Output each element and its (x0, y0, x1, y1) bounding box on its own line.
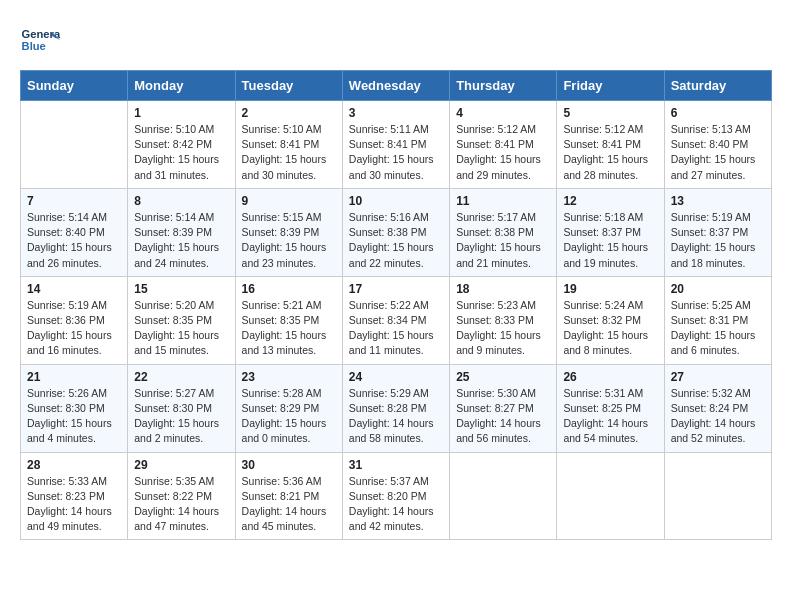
calendar-cell: 18Sunrise: 5:23 AM Sunset: 8:33 PM Dayli… (450, 276, 557, 364)
calendar-cell (21, 101, 128, 189)
day-info: Sunrise: 5:11 AM Sunset: 8:41 PM Dayligh… (349, 122, 443, 183)
calendar-cell: 17Sunrise: 5:22 AM Sunset: 8:34 PM Dayli… (342, 276, 449, 364)
day-info: Sunrise: 5:29 AM Sunset: 8:28 PM Dayligh… (349, 386, 443, 447)
calendar-cell: 31Sunrise: 5:37 AM Sunset: 8:20 PM Dayli… (342, 452, 449, 540)
day-info: Sunrise: 5:23 AM Sunset: 8:33 PM Dayligh… (456, 298, 550, 359)
calendar-cell: 27Sunrise: 5:32 AM Sunset: 8:24 PM Dayli… (664, 364, 771, 452)
calendar-cell: 9Sunrise: 5:15 AM Sunset: 8:39 PM Daylig… (235, 188, 342, 276)
weekday-header-wednesday: Wednesday (342, 71, 449, 101)
day-info: Sunrise: 5:28 AM Sunset: 8:29 PM Dayligh… (242, 386, 336, 447)
calendar-cell: 28Sunrise: 5:33 AM Sunset: 8:23 PM Dayli… (21, 452, 128, 540)
day-info: Sunrise: 5:27 AM Sunset: 8:30 PM Dayligh… (134, 386, 228, 447)
calendar-week-row: 7Sunrise: 5:14 AM Sunset: 8:40 PM Daylig… (21, 188, 772, 276)
day-number: 2 (242, 106, 336, 120)
day-info: Sunrise: 5:14 AM Sunset: 8:39 PM Dayligh… (134, 210, 228, 271)
weekday-header-thursday: Thursday (450, 71, 557, 101)
day-number: 4 (456, 106, 550, 120)
day-info: Sunrise: 5:17 AM Sunset: 8:38 PM Dayligh… (456, 210, 550, 271)
day-info: Sunrise: 5:20 AM Sunset: 8:35 PM Dayligh… (134, 298, 228, 359)
calendar-cell: 6Sunrise: 5:13 AM Sunset: 8:40 PM Daylig… (664, 101, 771, 189)
day-info: Sunrise: 5:19 AM Sunset: 8:37 PM Dayligh… (671, 210, 765, 271)
day-number: 3 (349, 106, 443, 120)
day-number: 13 (671, 194, 765, 208)
day-number: 10 (349, 194, 443, 208)
calendar-week-row: 14Sunrise: 5:19 AM Sunset: 8:36 PM Dayli… (21, 276, 772, 364)
calendar-cell: 5Sunrise: 5:12 AM Sunset: 8:41 PM Daylig… (557, 101, 664, 189)
calendar-cell (450, 452, 557, 540)
day-info: Sunrise: 5:16 AM Sunset: 8:38 PM Dayligh… (349, 210, 443, 271)
calendar-cell (557, 452, 664, 540)
day-number: 19 (563, 282, 657, 296)
day-number: 18 (456, 282, 550, 296)
calendar-cell: 25Sunrise: 5:30 AM Sunset: 8:27 PM Dayli… (450, 364, 557, 452)
weekday-header-friday: Friday (557, 71, 664, 101)
calendar-cell: 26Sunrise: 5:31 AM Sunset: 8:25 PM Dayli… (557, 364, 664, 452)
day-info: Sunrise: 5:13 AM Sunset: 8:40 PM Dayligh… (671, 122, 765, 183)
day-info: Sunrise: 5:14 AM Sunset: 8:40 PM Dayligh… (27, 210, 121, 271)
day-number: 30 (242, 458, 336, 472)
calendar-cell: 16Sunrise: 5:21 AM Sunset: 8:35 PM Dayli… (235, 276, 342, 364)
day-info: Sunrise: 5:10 AM Sunset: 8:42 PM Dayligh… (134, 122, 228, 183)
day-number: 7 (27, 194, 121, 208)
calendar-cell: 11Sunrise: 5:17 AM Sunset: 8:38 PM Dayli… (450, 188, 557, 276)
day-number: 22 (134, 370, 228, 384)
calendar-cell: 22Sunrise: 5:27 AM Sunset: 8:30 PM Dayli… (128, 364, 235, 452)
calendar-cell: 20Sunrise: 5:25 AM Sunset: 8:31 PM Dayli… (664, 276, 771, 364)
day-info: Sunrise: 5:12 AM Sunset: 8:41 PM Dayligh… (563, 122, 657, 183)
calendar-cell: 2Sunrise: 5:10 AM Sunset: 8:41 PM Daylig… (235, 101, 342, 189)
day-number: 9 (242, 194, 336, 208)
calendar-cell: 24Sunrise: 5:29 AM Sunset: 8:28 PM Dayli… (342, 364, 449, 452)
day-info: Sunrise: 5:35 AM Sunset: 8:22 PM Dayligh… (134, 474, 228, 535)
day-info: Sunrise: 5:25 AM Sunset: 8:31 PM Dayligh… (671, 298, 765, 359)
weekday-header-sunday: Sunday (21, 71, 128, 101)
calendar-cell: 12Sunrise: 5:18 AM Sunset: 8:37 PM Dayli… (557, 188, 664, 276)
day-number: 14 (27, 282, 121, 296)
logo: General Blue (20, 20, 60, 60)
calendar-cell: 1Sunrise: 5:10 AM Sunset: 8:42 PM Daylig… (128, 101, 235, 189)
day-info: Sunrise: 5:24 AM Sunset: 8:32 PM Dayligh… (563, 298, 657, 359)
calendar-cell: 13Sunrise: 5:19 AM Sunset: 8:37 PM Dayli… (664, 188, 771, 276)
day-info: Sunrise: 5:30 AM Sunset: 8:27 PM Dayligh… (456, 386, 550, 447)
calendar-cell: 30Sunrise: 5:36 AM Sunset: 8:21 PM Dayli… (235, 452, 342, 540)
day-info: Sunrise: 5:32 AM Sunset: 8:24 PM Dayligh… (671, 386, 765, 447)
day-number: 29 (134, 458, 228, 472)
day-number: 20 (671, 282, 765, 296)
calendar-cell (664, 452, 771, 540)
page-header: General Blue (20, 20, 772, 60)
day-number: 31 (349, 458, 443, 472)
weekday-header-row: SundayMondayTuesdayWednesdayThursdayFrid… (21, 71, 772, 101)
day-info: Sunrise: 5:37 AM Sunset: 8:20 PM Dayligh… (349, 474, 443, 535)
calendar-cell: 7Sunrise: 5:14 AM Sunset: 8:40 PM Daylig… (21, 188, 128, 276)
day-info: Sunrise: 5:36 AM Sunset: 8:21 PM Dayligh… (242, 474, 336, 535)
calendar-cell: 15Sunrise: 5:20 AM Sunset: 8:35 PM Dayli… (128, 276, 235, 364)
calendar-cell: 3Sunrise: 5:11 AM Sunset: 8:41 PM Daylig… (342, 101, 449, 189)
calendar-cell: 10Sunrise: 5:16 AM Sunset: 8:38 PM Dayli… (342, 188, 449, 276)
weekday-header-monday: Monday (128, 71, 235, 101)
day-info: Sunrise: 5:21 AM Sunset: 8:35 PM Dayligh… (242, 298, 336, 359)
logo-icon: General Blue (20, 20, 60, 60)
day-number: 1 (134, 106, 228, 120)
svg-text:Blue: Blue (22, 40, 46, 52)
day-info: Sunrise: 5:10 AM Sunset: 8:41 PM Dayligh… (242, 122, 336, 183)
calendar-cell: 21Sunrise: 5:26 AM Sunset: 8:30 PM Dayli… (21, 364, 128, 452)
day-number: 26 (563, 370, 657, 384)
day-number: 16 (242, 282, 336, 296)
day-number: 23 (242, 370, 336, 384)
weekday-header-saturday: Saturday (664, 71, 771, 101)
day-number: 12 (563, 194, 657, 208)
calendar-week-row: 21Sunrise: 5:26 AM Sunset: 8:30 PM Dayli… (21, 364, 772, 452)
calendar-week-row: 1Sunrise: 5:10 AM Sunset: 8:42 PM Daylig… (21, 101, 772, 189)
day-number: 17 (349, 282, 443, 296)
calendar-cell: 8Sunrise: 5:14 AM Sunset: 8:39 PM Daylig… (128, 188, 235, 276)
day-number: 28 (27, 458, 121, 472)
day-info: Sunrise: 5:33 AM Sunset: 8:23 PM Dayligh… (27, 474, 121, 535)
day-number: 11 (456, 194, 550, 208)
day-info: Sunrise: 5:18 AM Sunset: 8:37 PM Dayligh… (563, 210, 657, 271)
svg-text:General: General (22, 28, 60, 40)
day-number: 21 (27, 370, 121, 384)
day-number: 5 (563, 106, 657, 120)
calendar-cell: 4Sunrise: 5:12 AM Sunset: 8:41 PM Daylig… (450, 101, 557, 189)
day-number: 8 (134, 194, 228, 208)
day-info: Sunrise: 5:12 AM Sunset: 8:41 PM Dayligh… (456, 122, 550, 183)
calendar-table: SundayMondayTuesdayWednesdayThursdayFrid… (20, 70, 772, 540)
